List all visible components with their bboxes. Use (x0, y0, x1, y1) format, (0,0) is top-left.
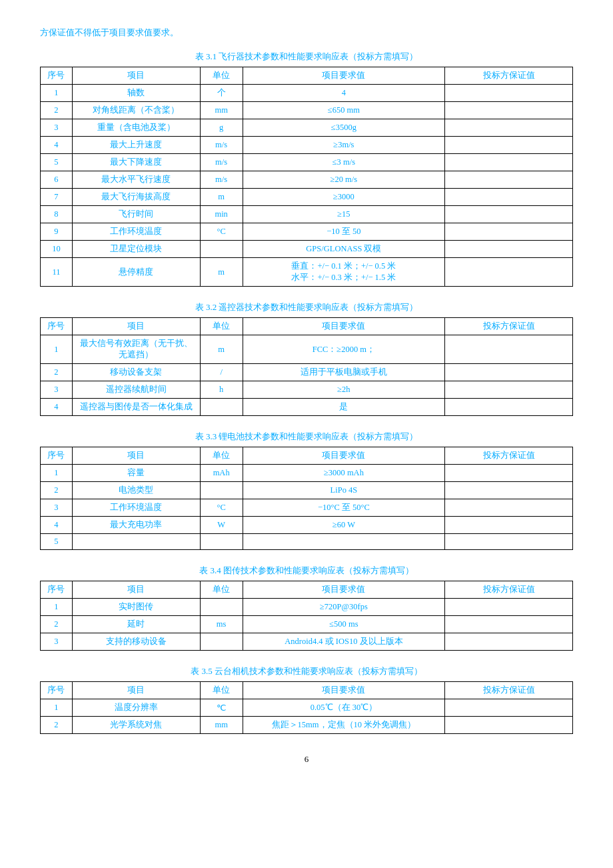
col-header-4: 投标方保证值 (445, 682, 573, 699)
table-table31: 序号项目单位项目要求值投标方保证值1轴数个42对角线距离（不含桨）mm≤650 … (40, 67, 573, 287)
table-cell: 最大上升速度 (72, 137, 200, 154)
table-row: 2光学系统对焦mm焦距＞15mm，定焦（10 米外免调焦） (41, 717, 573, 734)
col-header-2: 单位 (200, 318, 243, 335)
table-row: 3遥控器续航时间h≥2h (41, 381, 573, 399)
table-cell (200, 633, 243, 651)
table-section-table31: 表 3.1 飞行器技术参数和性能要求响应表（投标方需填写）序号项目单位项目要求值… (40, 51, 573, 287)
table-row: 1温度分辨率℃0.05℃（在 30℃） (41, 699, 573, 717)
table-row: 5 (41, 534, 573, 550)
table-row: 9工作环境温度°C−10 至 50 (41, 223, 573, 241)
table-cell: 延时 (72, 616, 200, 633)
col-header-3: 项目要求值 (243, 447, 445, 465)
col-header-2: 单位 (200, 447, 243, 465)
table-cell: 4 (41, 137, 73, 154)
table-cell: 适用于平板电脑或手机 (243, 364, 445, 381)
table-cell: g (200, 119, 243, 137)
table-cell: 10 (41, 241, 73, 258)
table-cell: 是 (243, 399, 445, 416)
col-header-0: 序号 (41, 682, 73, 699)
table-cell: FCC：≥2000 m； (243, 335, 445, 364)
col-header-1: 项目 (72, 682, 200, 699)
table-row: 3支持的移动设备Android4.4 或 IOS10 及以上版本 (41, 633, 573, 651)
intro-text: 方保证值不得低于项目要求值要求。 (40, 27, 573, 39)
table-cell (445, 119, 573, 137)
table-cell (445, 102, 573, 119)
table-cell: 工作环境温度 (72, 223, 200, 241)
table-cell: m/s (200, 154, 243, 171)
table-cell (200, 534, 243, 550)
table-cell: ℃ (200, 699, 243, 717)
table-row: 11悬停精度m垂直：+/− 0.1 米；+/− 0.5 米水平：+/− 0.3 … (41, 258, 573, 287)
col-header-0: 序号 (41, 447, 73, 465)
table-cell: Android4.4 或 IOS10 及以上版本 (243, 633, 445, 651)
col-header-3: 项目要求值 (243, 318, 445, 335)
table-cell (445, 633, 573, 651)
table-cell (445, 699, 573, 717)
col-header-1: 项目 (72, 447, 200, 465)
table-cell: 4 (243, 85, 445, 102)
table-cell: 电池类型 (72, 482, 200, 499)
table-cell: 最大信号有效距离（无干扰、无遮挡） (72, 335, 200, 364)
table-cell: h (200, 381, 243, 399)
table-row: 2对角线距离（不含桨）mm≤650 mm (41, 102, 573, 119)
table-cell: 工作环境温度 (72, 499, 200, 517)
table-cell: GPS/GLONASS 双模 (243, 241, 445, 258)
table-cell: 移动设备支架 (72, 364, 200, 381)
table-title-table35: 表 3.5 云台相机技术参数和性能要求响应表（投标方需填写） (40, 665, 573, 677)
table-cell: ≥15 (243, 206, 445, 223)
col-header-3: 项目要求值 (243, 682, 445, 699)
table-cell: 轴数 (72, 85, 200, 102)
table-row: 4最大上升速度m/s≥3m/s (41, 137, 573, 154)
table-cell: ≤3 m/s (243, 154, 445, 171)
table-title-table34: 表 3.4 图传技术参数和性能要求响应表（投标方需填写） (40, 565, 573, 577)
page-number: 6 (40, 754, 573, 765)
table-cell (445, 85, 573, 102)
table-section-table32: 表 3.2 遥控器技术参数和性能要求响应表（投标方需填写）序号项目单位项目要求值… (40, 301, 573, 416)
table-cell: 1 (41, 599, 73, 616)
table-cell: 2 (41, 482, 73, 499)
table-section-table33: 表 3.3 锂电池技术参数和性能要求响应表（投标方需填写）序号项目单位项目要求值… (40, 431, 573, 550)
table-cell: 1 (41, 85, 73, 102)
col-header-4: 投标方保证值 (445, 581, 573, 599)
table-cell: ms (200, 616, 243, 633)
table-cell: 垂直：+/− 0.1 米；+/− 0.5 米水平：+/− 0.3 米；+/− 1… (243, 258, 445, 287)
table-cell: 最大下降速度 (72, 154, 200, 171)
table-table35: 序号项目单位项目要求值投标方保证值1温度分辨率℃0.05℃（在 30℃）2光学系… (40, 681, 573, 734)
table-row: 10卫星定位模块GPS/GLONASS 双模 (41, 241, 573, 258)
table-cell (243, 534, 445, 550)
table-cell: ≤500 ms (243, 616, 445, 633)
table-cell: LiPo 4S (243, 482, 445, 499)
table-cell: 2 (41, 717, 73, 734)
table-cell (445, 399, 573, 416)
table-cell: 对角线距离（不含桨） (72, 102, 200, 119)
table-row: 1轴数个4 (41, 85, 573, 102)
col-header-3: 项目要求值 (243, 581, 445, 599)
col-header-1: 项目 (72, 67, 200, 85)
table-table34: 序号项目单位项目要求值投标方保证值1实时图传≥720P@30fps2延时ms≤5… (40, 581, 573, 651)
table-cell: m/s (200, 171, 243, 189)
table-cell: mm (200, 717, 243, 734)
table-cell: ≥20 m/s (243, 171, 445, 189)
table-cell: 2 (41, 616, 73, 633)
table-cell: 3 (41, 381, 73, 399)
table-cell: 最大水平飞行速度 (72, 171, 200, 189)
col-header-2: 单位 (200, 581, 243, 599)
table-cell: ≥3000 mAh (243, 465, 445, 482)
table-cell: 8 (41, 206, 73, 223)
table-title-table31: 表 3.1 飞行器技术参数和性能要求响应表（投标方需填写） (40, 51, 573, 63)
table-row: 1实时图传≥720P@30fps (41, 599, 573, 616)
col-header-0: 序号 (41, 318, 73, 335)
table-cell: mm (200, 102, 243, 119)
table-cell (445, 482, 573, 499)
table-cell: 温度分辨率 (72, 699, 200, 717)
table-cell (445, 189, 573, 206)
table-cell (200, 599, 243, 616)
table-cell: 遥控器续航时间 (72, 381, 200, 399)
table-row: 6最大水平飞行速度m/s≥20 m/s (41, 171, 573, 189)
table-cell: 个 (200, 85, 243, 102)
table-cell (445, 534, 573, 550)
table-cell: ≥2h (243, 381, 445, 399)
table-cell: 遥控器与图传是否一体化集成 (72, 399, 200, 416)
table-cell (200, 241, 243, 258)
table-cell (445, 364, 573, 381)
